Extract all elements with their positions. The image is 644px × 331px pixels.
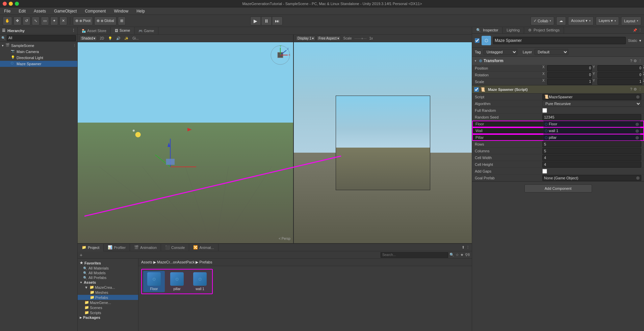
position-x-input[interactable] [547, 65, 592, 71]
menu-file[interactable]: File [3, 8, 12, 14]
move-tool[interactable]: ✥ [14, 17, 21, 25]
scale-y-input[interactable] [597, 79, 642, 85]
mazecrea-folder[interactable]: ▼ 📁 MazeCrea... [78, 285, 138, 290]
game-tab[interactable]: 🎮 Game [134, 27, 158, 34]
pivot-button[interactable]: ⊕ ⊕ Pivot [73, 17, 93, 25]
wall1-prefab[interactable]: ⬡ wall 1 [189, 271, 211, 292]
step-button[interactable]: ⏭ [272, 17, 283, 25]
navigation-gizmo[interactable]: Z Y X [270, 45, 290, 65]
minimize-btn[interactable] [9, 2, 13, 6]
position-y-input[interactable] [597, 65, 642, 71]
rotation-y-input[interactable] [597, 72, 642, 78]
menu-component[interactable]: Component [83, 8, 107, 14]
mazegene-folder[interactable]: 📁 MazeGene... [78, 300, 138, 305]
global-button[interactable]: ⊕ ⊕ Global [94, 17, 117, 25]
custom-tool[interactable]: ✕ [59, 17, 67, 25]
pillar-prefab[interactable]: ⬡ pillar [166, 271, 188, 292]
collab-button[interactable]: ✓ Collab ▾ [531, 17, 554, 25]
project-settings-tab[interactable]: ⚙ Project Settings [524, 27, 564, 33]
floor-prefab[interactable]: ⬡ Floor [143, 271, 165, 292]
scripts-folder[interactable]: 📁 Scripts [78, 310, 138, 315]
add-component-button[interactable]: Add Component [524, 184, 592, 193]
layers-button[interactable]: Layers ▾ ▾ [596, 17, 619, 25]
display-dropdown[interactable]: Display 1 ▾ [296, 36, 315, 41]
hierarchy-item-directionallight[interactable]: 💡 Directional Light [0, 55, 77, 61]
star-icon[interactable]: ☆ [456, 253, 459, 257]
panel-menu-icon[interactable]: ⋮ [466, 245, 470, 250]
item-menu-icon[interactable]: ⋮ [73, 44, 76, 47]
profiler-tab[interactable]: 📊 Profiler [104, 244, 130, 251]
rotation-x-input[interactable] [547, 72, 592, 78]
pillar-field-value[interactable]: ⬡ pillar ◎ [543, 134, 641, 141]
layout-button[interactable]: Layout ▾ [621, 17, 641, 25]
hand-tool[interactable]: ✋ [3, 17, 12, 25]
hierarchy-item-mazespawner[interactable]: ⬡ Maze Spawner [0, 61, 77, 67]
help-button[interactable]: ? [630, 59, 632, 63]
hierarchy-search-input[interactable] [7, 35, 76, 41]
columns-input[interactable] [542, 148, 641, 154]
wall-field-value[interactable]: ⬡ wall 1 ◎ [543, 128, 641, 134]
menu-help[interactable]: Help [135, 8, 146, 14]
play-button[interactable]: ▶ [250, 17, 261, 25]
hierarchy-item-maincamera[interactable]: 📷 Main Camera [0, 49, 77, 55]
close-btn[interactable] [3, 2, 7, 6]
object-active-checkbox[interactable] [475, 38, 480, 43]
project-search-input[interactable] [381, 252, 448, 258]
fullrandom-checkbox[interactable] [542, 108, 547, 113]
shading-dropdown[interactable]: Shaded ▾ [80, 36, 97, 41]
settings-button[interactable]: ⚙ [634, 59, 637, 63]
menu-window[interactable]: Window [112, 8, 130, 14]
inspector-tab[interactable]: 🔍 Inspector [472, 27, 503, 33]
account-button[interactable]: Account ▾ ▾ [568, 17, 594, 25]
help-button[interactable]: ? [630, 87, 632, 92]
cloud-button[interactable]: ☁ [556, 17, 566, 25]
circle-btn[interactable]: ◎ [636, 95, 640, 99]
overflow-button[interactable]: ⋮ [638, 87, 642, 92]
floor-field-value[interactable]: ⬡ Floor ◎ [543, 121, 641, 127]
2d-toggle[interactable]: 2D [98, 36, 105, 41]
rotate-tool[interactable]: ↺ [23, 17, 30, 25]
gizmos-toggle[interactable]: Gi... [131, 36, 140, 41]
hierarchy-menu-icon[interactable]: ⋮ [72, 28, 75, 33]
animation-tab[interactable]: 🎬 Animation [130, 244, 161, 251]
circle-btn[interactable]: ◎ [636, 176, 640, 180]
menu-assets[interactable]: Assets [32, 8, 47, 14]
console-tab[interactable]: ⬛ Console [161, 244, 189, 251]
asset-store-tab[interactable]: 🏪 Asset Store [78, 27, 111, 34]
overflow-button[interactable]: ⋮ [638, 59, 642, 63]
hierarchy-item-samplescene[interactable]: ▼ 🎬 SampleScene ⋮ [0, 43, 77, 49]
project-tab[interactable]: 📁 Project [78, 244, 104, 251]
all-materials-item[interactable]: 🔍 All Materials [78, 266, 138, 271]
menu-edit[interactable]: Edit [17, 8, 27, 14]
pause-button[interactable]: ⏸ [261, 17, 272, 25]
add-asset-button[interactable]: + [80, 252, 82, 258]
cellwidth-input[interactable] [542, 155, 641, 161]
grid-button[interactable]: ⊞ [118, 17, 126, 25]
static-dropdown[interactable]: ▾ [639, 39, 641, 43]
packages-header[interactable]: ▶ Packages [78, 315, 138, 320]
animator-tab[interactable]: 🔀 Animat... [189, 244, 218, 251]
maximize-btn[interactable] [15, 2, 19, 6]
meshes-folder[interactable]: 📁 Meshes [78, 290, 138, 295]
scenes-folder[interactable]: 📁 Scenes [78, 305, 138, 310]
transform-header[interactable]: ▼ ⊕ Transform ? ⚙ ⋮ [472, 57, 644, 65]
lighting-tab[interactable]: Lighting [503, 27, 524, 33]
favorites-header[interactable]: ★ Favorites [78, 260, 138, 266]
object-name-input[interactable] [493, 37, 626, 44]
pin-icon[interactable]: 📌 [633, 28, 637, 32]
scene-canvas[interactable]: Z Y X < Persp [78, 42, 293, 243]
panel-menu-icon[interactable]: ⋮ [638, 28, 642, 32]
menu-gameobject[interactable]: GameObject [53, 8, 78, 14]
randomseed-input[interactable] [542, 114, 641, 120]
favorite-icon[interactable]: ★ [460, 253, 464, 257]
all-prefabs-item[interactable]: 🔍 All Prefabs [78, 275, 138, 280]
circle-btn[interactable]: ◎ [636, 135, 639, 140]
scale-slider[interactable]: ——●— [355, 36, 367, 40]
component-enabled-checkbox[interactable] [474, 87, 479, 92]
rows-input[interactable] [542, 141, 641, 147]
aspect-dropdown[interactable]: Free Aspect ▾ [317, 36, 340, 41]
scale-tool[interactable]: ⤡ [32, 17, 40, 25]
audio-toggle[interactable]: 🔊 [115, 36, 122, 41]
prefabs-folder[interactable]: 📁 Prefabs [78, 295, 138, 300]
circle-btn[interactable]: ◎ [636, 122, 639, 126]
